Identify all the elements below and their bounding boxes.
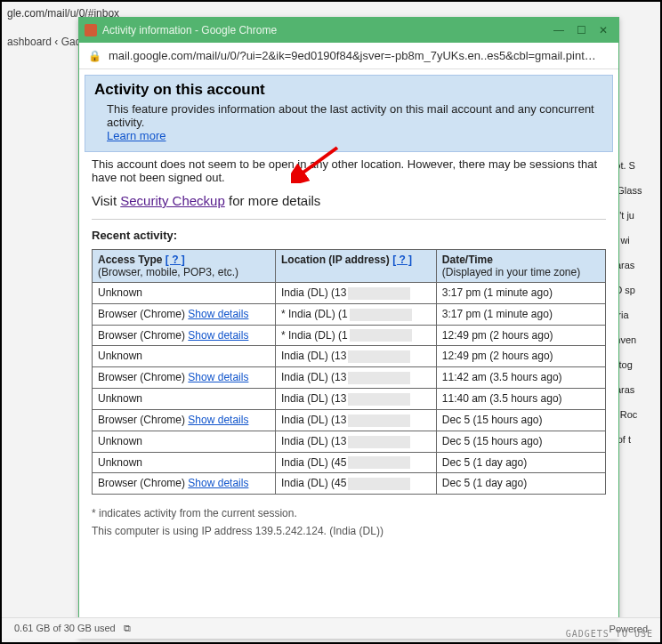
cell-location: * India (DL) (1 xyxy=(275,325,436,346)
cell-datetime: 12:49 pm (2 hours ago) xyxy=(436,325,605,346)
cell-access-type: Browser (Chrome) Show details xyxy=(93,325,276,346)
cell-access-type: Unknown xyxy=(93,283,276,304)
table-row: Browser (Chrome) Show detailsIndia (DL) … xyxy=(93,409,606,431)
window-title: Activity information - Google Chrome xyxy=(102,24,553,36)
table-row: UnknownIndia (DL) (45Dec 5 (1 day ago) xyxy=(93,452,606,473)
cell-datetime: Dec 5 (1 day ago) xyxy=(436,452,605,473)
window-close-button[interactable]: ✕ xyxy=(599,24,608,36)
cell-access-type: Unknown xyxy=(93,389,276,410)
access-type-help-link[interactable]: [ ? ] xyxy=(166,254,185,266)
info-banner: Activity on this account This feature pr… xyxy=(85,75,613,152)
table-row: Browser (Chrome) Show details* India (DL… xyxy=(93,303,606,325)
cell-datetime: 12:49 pm (2 hours ago) xyxy=(436,346,605,367)
window-titlebar: Activity information - Google Chrome — ☐… xyxy=(79,18,618,43)
col-location: Location (IP address) [ ? ] xyxy=(275,250,436,283)
redacted-ip xyxy=(348,393,410,406)
cell-access-type: Unknown xyxy=(93,431,276,452)
security-checkup-line: Visit Security Checkup for more details xyxy=(92,193,606,208)
location-help-link[interactable]: [ ? ] xyxy=(392,254,412,266)
cell-location: India (DL) (45 xyxy=(275,473,436,495)
ip-address-note: This computer is using IP address 139.5.… xyxy=(92,525,606,537)
cell-datetime: Dec 5 (15 hours ago) xyxy=(436,409,605,431)
table-row: Browser (Chrome) Show detailsIndia (DL) … xyxy=(93,473,606,495)
table-row: UnknownIndia (DL) (133:17 pm (1 minute a… xyxy=(93,283,606,304)
activity-table: Access Type [ ? ] (Browser, mobile, POP3… xyxy=(92,249,606,495)
learn-more-link[interactable]: Learn more xyxy=(107,129,166,142)
lock-icon: 🔒 xyxy=(88,50,101,62)
window-favicon xyxy=(85,24,97,36)
cell-access-type: Browser (Chrome) Show details xyxy=(93,303,276,325)
cell-location: India (DL) (13 xyxy=(275,283,436,304)
cell-location: India (DL) (45 xyxy=(275,452,436,473)
cell-location: India (DL) (13 xyxy=(275,389,436,410)
cell-location: India (DL) (13 xyxy=(275,431,436,452)
cell-datetime: Dec 5 (1 day ago) xyxy=(436,473,605,495)
cell-location: * India (DL) (1 xyxy=(275,303,436,325)
show-details-link[interactable]: Show details xyxy=(188,308,248,320)
cell-location: India (DL) (13 xyxy=(275,367,436,389)
cell-access-type: Browser (Chrome) Show details xyxy=(93,473,276,495)
cell-access-type: Browser (Chrome) Show details xyxy=(93,409,276,431)
address-bar: 🔒 mail.google.com/mail/u/0/?ui=2&ik=9ed0… xyxy=(79,43,618,69)
table-row: UnknownIndia (DL) (1311:40 am (3.5 hours… xyxy=(93,389,606,410)
table-row: Browser (Chrome) Show details* India (DL… xyxy=(93,325,606,346)
window-minimize-button[interactable]: — xyxy=(553,24,564,36)
window-maximize-button[interactable]: ☐ xyxy=(577,24,586,36)
cell-datetime: Dec 5 (15 hours ago) xyxy=(436,431,605,452)
redacted-ip xyxy=(348,436,410,448)
security-checkup-link[interactable]: Security Checkup xyxy=(120,193,225,208)
recent-activity-heading: Recent activity: xyxy=(92,229,606,242)
redacted-ip xyxy=(348,287,410,300)
show-details-link[interactable]: Show details xyxy=(188,371,248,383)
table-row: UnknownIndia (DL) (13Dec 5 (15 hours ago… xyxy=(93,431,606,452)
gmail-footer: 0.61 GB of 30 GB used ⧉ Powered xyxy=(2,617,660,639)
cell-access-type: Unknown xyxy=(93,452,276,473)
redacted-ip xyxy=(348,456,410,469)
redacted-ip xyxy=(350,329,412,342)
cell-datetime: 11:42 am (3.5 hours ago) xyxy=(436,367,605,389)
show-details-link[interactable]: Show details xyxy=(188,329,248,342)
parent-window-tab: ashboard ‹ Gad xyxy=(7,36,81,48)
show-details-link[interactable]: Show details xyxy=(188,414,248,426)
table-row: Browser (Chrome) Show detailsIndia (DL) … xyxy=(93,367,606,389)
divider xyxy=(92,219,606,220)
redacted-ip xyxy=(348,415,410,427)
storage-usage: 0.61 GB of 30 GB used xyxy=(14,623,116,633)
current-session-note: * indicates activity from the current se… xyxy=(92,507,606,519)
cell-access-type: Unknown xyxy=(93,346,276,367)
cell-datetime: 3:17 pm (1 minute ago) xyxy=(436,303,605,325)
external-link-icon[interactable]: ⧉ xyxy=(124,623,131,633)
table-row: UnknownIndia (DL) (1312:49 pm (2 hours a… xyxy=(93,346,606,367)
col-access-type: Access Type [ ? ] (Browser, mobile, POP3… xyxy=(93,250,276,283)
cell-access-type: Browser (Chrome) Show details xyxy=(93,367,276,389)
cell-datetime: 11:40 am (3.5 hours ago) xyxy=(436,389,605,410)
address-url[interactable]: mail.google.com/mail/u/0/?ui=2&ik=9ed019… xyxy=(109,49,596,62)
cell-datetime: 3:17 pm (1 minute ago) xyxy=(436,283,605,304)
activity-info-popup: Activity information - Google Chrome — ☐… xyxy=(78,17,619,638)
session-notice: This account does not seem to be open in… xyxy=(92,157,606,184)
redacted-ip xyxy=(348,372,410,384)
banner-description: This feature provides information about … xyxy=(107,102,603,142)
show-details-link[interactable]: Show details xyxy=(188,477,248,489)
redacted-ip xyxy=(350,309,412,321)
cell-location: India (DL) (13 xyxy=(275,409,436,431)
col-datetime: Date/Time (Displayed in your time zone) xyxy=(436,250,605,283)
redacted-ip xyxy=(348,350,410,363)
redacted-ip xyxy=(348,478,410,490)
watermark: GADGETS TO USE xyxy=(566,629,653,639)
cell-location: India (DL) (13 xyxy=(275,346,436,367)
banner-heading: Activity on this account xyxy=(94,81,603,99)
